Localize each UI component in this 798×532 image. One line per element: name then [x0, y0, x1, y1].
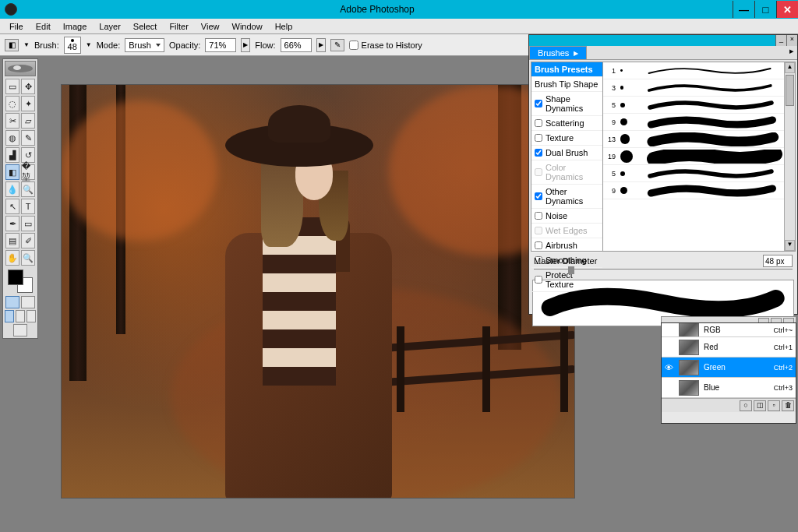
- maximize-button[interactable]: □: [754, 1, 776, 18]
- brush-tool[interactable]: ✎: [21, 130, 35, 146]
- opacity-arrow[interactable]: ▶: [241, 38, 250, 52]
- channel-row[interactable]: RedCtrl+1: [662, 337, 796, 358]
- scrollbar[interactable]: ▲ ▼: [784, 62, 795, 251]
- type-tool[interactable]: T: [21, 199, 35, 214]
- delete-channel-icon[interactable]: 🗑: [782, 400, 794, 411]
- gradient-tool[interactable]: �堃: [21, 164, 35, 180]
- document-canvas[interactable]: [61, 84, 575, 499]
- menu-view[interactable]: View: [195, 20, 226, 33]
- quickmask-mode[interactable]: [21, 296, 35, 308]
- menu-window[interactable]: Window: [226, 20, 269, 33]
- brush-setting-item[interactable]: Brush Tip Shape: [531, 77, 602, 92]
- erase-to-history-checkbox[interactable]: Erase to History: [349, 41, 422, 50]
- panel-menu-icon[interactable]: ▸: [786, 46, 797, 59]
- setting-checkbox[interactable]: [535, 149, 542, 157]
- brush-stroke-row[interactable]: 19: [603, 148, 795, 165]
- panel-close-icon[interactable]: ×: [786, 35, 797, 46]
- healing-tool[interactable]: ◍: [5, 130, 19, 146]
- setting-checkbox[interactable]: [535, 192, 542, 200]
- save-selection-icon[interactable]: ◫: [754, 400, 766, 411]
- mode-dropdown[interactable]: Brush: [125, 38, 164, 52]
- notes-tool[interactable]: ▤: [5, 233, 19, 248]
- crop-tool[interactable]: ✂: [5, 113, 19, 129]
- zoom-tool[interactable]: 🔍: [21, 250, 35, 266]
- erase-history-check[interactable]: [349, 41, 358, 50]
- brush-stroke-row[interactable]: 9: [603, 182, 795, 199]
- new-channel-icon[interactable]: ▫: [768, 400, 780, 411]
- jump-to-icon[interactable]: [13, 324, 27, 336]
- history-brush-tool[interactable]: ↺: [21, 147, 35, 163]
- setting-checkbox[interactable]: [535, 134, 542, 142]
- lasso-tool[interactable]: ◌: [5, 96, 19, 111]
- eyedropper-tool[interactable]: ✐: [21, 233, 35, 248]
- close-button[interactable]: ✕: [776, 1, 798, 18]
- dodge-tool[interactable]: 🔍: [21, 181, 35, 197]
- brush-preset-picker[interactable]: 48: [64, 37, 81, 54]
- setting-checkbox[interactable]: [535, 241, 542, 249]
- brush-setting-item[interactable]: Noise: [531, 209, 602, 224]
- opacity-input[interactable]: 71%: [205, 38, 236, 52]
- channel-row[interactable]: RGBCtrl+~: [662, 323, 796, 337]
- scroll-down-icon[interactable]: ▼: [785, 240, 795, 251]
- setting-checkbox[interactable]: [535, 276, 542, 284]
- menu-image[interactable]: Image: [57, 20, 94, 33]
- channel-row[interactable]: 👁GreenCtrl+2: [662, 358, 796, 378]
- move-tool[interactable]: ✥: [21, 79, 35, 94]
- standard-mode[interactable]: [5, 296, 19, 308]
- menu-select[interactable]: Select: [127, 20, 164, 33]
- brush-stroke-row[interactable]: 1: [603, 62, 795, 79]
- slice-tool[interactable]: ▱: [21, 113, 35, 129]
- blur-tool[interactable]: 💧: [5, 181, 19, 197]
- brush-stroke-row[interactable]: 13: [603, 131, 795, 148]
- shape-tool[interactable]: ▭: [21, 216, 35, 231]
- tab-brushes[interactable]: Brushes▶: [529, 46, 587, 59]
- airbrush-icon[interactable]: ✎: [330, 39, 344, 51]
- panel-minimize-icon[interactable]: _: [775, 35, 786, 46]
- brush-setting-item[interactable]: Other Dynamics: [531, 185, 602, 209]
- master-diameter-slider[interactable]: [534, 269, 793, 277]
- menu-filter[interactable]: Filter: [163, 20, 194, 33]
- brush-setting-item[interactable]: Dual Brush: [531, 146, 602, 160]
- flow-input[interactable]: 66%: [281, 38, 312, 52]
- brush-stroke-row[interactable]: 5: [603, 97, 795, 114]
- brush-stroke-row[interactable]: 9: [603, 114, 795, 131]
- stamp-tool[interactable]: ▟: [5, 147, 19, 163]
- setting-checkbox[interactable]: [535, 119, 542, 127]
- eraser-tool[interactable]: ◧: [5, 164, 19, 180]
- screen-full[interactable]: [26, 310, 36, 322]
- brush-setting-item[interactable]: Shape Dynamics: [531, 92, 602, 116]
- master-diameter-input[interactable]: [763, 255, 793, 267]
- dropdown-arrow-icon[interactable]: ▼: [23, 41, 30, 48]
- marquee-tool[interactable]: ▭: [5, 79, 19, 94]
- slider-handle[interactable]: [568, 266, 574, 274]
- screen-standard[interactable]: [5, 310, 14, 322]
- brush-presets-header[interactable]: Brush Presets: [531, 62, 602, 77]
- setting-checkbox[interactable]: [535, 100, 542, 107]
- brush-stroke-row[interactable]: 5: [603, 165, 795, 182]
- setting-checkbox[interactable]: [535, 227, 542, 234]
- pen-tool[interactable]: ✒: [5, 216, 19, 231]
- menu-edit[interactable]: Edit: [30, 20, 57, 33]
- path-tool[interactable]: ↖: [5, 199, 19, 214]
- brush-setting-item[interactable]: Texture: [531, 131, 602, 146]
- brush-setting-item[interactable]: Wet Edges: [531, 224, 602, 238]
- menu-help[interactable]: Help: [269, 20, 299, 33]
- minimize-button[interactable]: —: [733, 1, 754, 18]
- brush-setting-item[interactable]: Scattering: [531, 116, 602, 131]
- menu-layer[interactable]: Layer: [93, 20, 127, 33]
- setting-checkbox[interactable]: [535, 212, 542, 220]
- eraser-tool-icon[interactable]: ◧: [5, 39, 19, 51]
- scroll-thumb[interactable]: [786, 75, 794, 106]
- wand-tool[interactable]: ✦: [21, 96, 35, 111]
- brush-setting-item[interactable]: Airbrush: [531, 238, 602, 253]
- setting-checkbox[interactable]: [535, 168, 542, 176]
- screen-full-menu[interactable]: [16, 310, 25, 322]
- visibility-icon[interactable]: 👁: [662, 363, 676, 372]
- tools-header-icon[interactable]: [5, 61, 36, 76]
- brush-setting-item[interactable]: Color Dynamics: [531, 160, 602, 185]
- load-selection-icon[interactable]: ○: [740, 400, 752, 411]
- channel-row[interactable]: BlueCtrl+3: [662, 378, 796, 398]
- scroll-up-icon[interactable]: ▲: [785, 62, 795, 73]
- hand-tool[interactable]: ✋: [5, 250, 19, 266]
- flow-arrow[interactable]: ▶: [316, 38, 326, 52]
